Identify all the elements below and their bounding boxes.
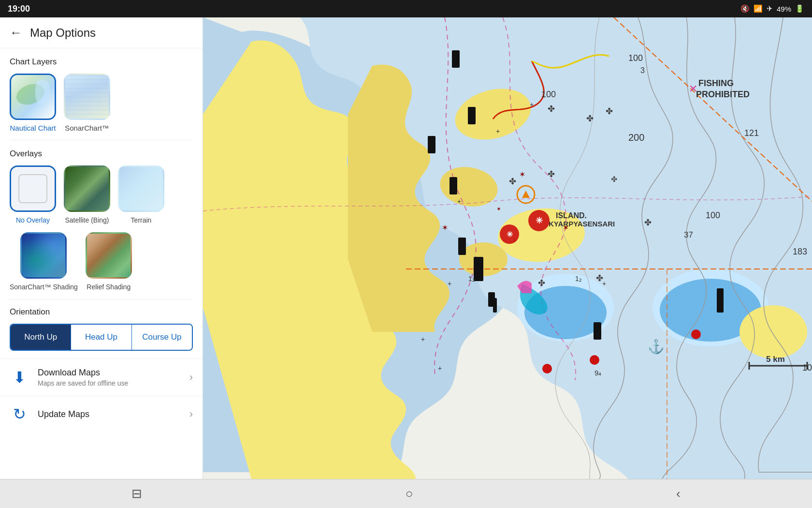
svg-text:+: + [457,197,461,205]
terrain-thumb[interactable] [118,165,164,212]
chart-layers-label: Chart Layers [0,48,203,72]
course-up-button[interactable]: Course Up [132,325,192,350]
svg-text:100: 100 [628,53,643,63]
update-chevron: › [189,408,193,420]
svg-text:⚓: ⚓ [648,339,665,355]
svg-text:3: 3 [640,66,645,75]
update-text: Update Maps [38,409,181,419]
orientation-section: Orientation North Up Head Up Course Up [0,299,203,359]
svg-text:ISLAND.: ISLAND. [556,211,587,220]
svg-text:+: + [530,101,534,108]
sonarchart-shading-label: SonarChart™ Shading [10,283,78,291]
overlay-item-satellite[interactable]: Satellite (Bing) [64,165,110,224]
svg-text:100: 100 [541,90,556,99]
overlay-item-no-overlay[interactable]: No Overlay [10,165,56,224]
map-canvas[interactable]: ✤ ✤ ✤ ✤ ✤ ✤ ✤ ✤ ✤ ⚙ ✶ ✶ ✶ ✶ + + + + + + … [203,17,812,479]
recent-button[interactable]: ⊟ [131,486,142,501]
svg-text:✤: ✤ [548,104,555,114]
svg-text:37: 37 [684,230,693,239]
svg-point-66 [542,364,552,374]
svg-rect-13 [450,177,457,194]
svg-text:1₂: 1₂ [575,275,582,283]
svg-text:✤: ✤ [606,106,613,116]
sonar-thumb[interactable] [64,74,110,120]
svg-text:✤: ✤ [548,169,555,179]
panel-title: Map Options [30,26,96,40]
bottom-nav: ⊟ ○ ‹ [0,479,812,508]
svg-point-65 [590,355,599,365]
svg-text:5 km: 5 km [766,355,785,364]
location-icon: ✈ [767,4,773,13]
overlay-item-relief-shading[interactable]: Relief Shading [86,232,132,291]
update-maps-row[interactable]: ↻ Update Maps › [0,396,203,432]
svg-text:+: + [602,280,606,287]
svg-point-9 [740,305,807,359]
back-button[interactable]: ← [10,25,22,40]
svg-rect-11 [468,107,476,124]
svg-rect-19 [717,288,724,313]
svg-text:✤: ✤ [611,175,617,183]
overlay-item-sonarchart-shading[interactable]: SonarChart™ Shading [10,232,78,291]
overlays-grid: No Overlay Satellite (Bing) Terrain Sona… [0,164,203,299]
nautical-label: Nautical Chart [10,124,56,132]
svg-text:✳: ✳ [536,216,543,225]
download-chevron: › [189,371,193,384]
status-time: 19:00 [8,4,30,14]
svg-text:+: + [448,280,451,287]
overlays-label: Overlays [0,140,203,164]
svg-text:✤: ✤ [509,177,516,186]
left-panel: ← Map Options Chart Layers Nautical Char… [0,17,203,479]
status-icons: 🔇 📶 ✈ 49% 🔋 [740,4,804,13]
map-area[interactable]: ✤ ✤ ✤ ✤ ✤ ✤ ✤ ✤ ✤ ⚙ ✶ ✶ ✶ ✶ + + + + + + … [203,17,812,479]
svg-text:✶: ✶ [442,224,448,232]
no-overlay-thumb[interactable] [10,165,56,212]
orientation-buttons: North Up Head Up Course Up [10,324,193,351]
svg-text:✤: ✤ [538,278,545,288]
svg-rect-17 [493,298,497,313]
svg-rect-10 [452,50,460,68]
svg-text:+: + [496,127,500,135]
download-icon: ⬇ [10,368,29,387]
wifi-icon: 📶 [754,4,763,13]
svg-text:9₄: 9₄ [594,369,601,377]
overlay-item-terrain[interactable]: Terrain [118,165,164,224]
svg-text:+: + [438,364,442,372]
home-button[interactable]: ○ [406,486,413,501]
svg-text:✶: ✶ [519,170,525,179]
relief-shading-thumb[interactable] [86,232,132,279]
update-icon: ↻ [10,405,29,423]
chart-item-nautical[interactable]: Nautical Chart [10,74,56,132]
north-up-button[interactable]: North Up [11,325,71,350]
svg-text:PROHIBITED: PROHIBITED [696,90,750,99]
svg-text:✶: ✶ [496,206,501,212]
download-title: Download Maps [38,368,181,378]
head-up-button[interactable]: Head Up [71,325,131,350]
mute-icon: 🔇 [740,4,750,13]
nautical-thumb[interactable] [10,74,56,120]
svg-text:✕: ✕ [689,83,697,95]
download-maps-row[interactable]: ⬇ Download Maps Maps are saved for offli… [0,359,203,396]
no-overlay-label: No Overlay [16,216,50,224]
svg-rect-14 [458,238,466,255]
back-nav-button[interactable]: ‹ [676,486,681,501]
svg-text:✳: ✳ [507,230,513,239]
nautical-map-svg: ✤ ✤ ✤ ✤ ✤ ✤ ✤ ✤ ✤ ⚙ ✶ ✶ ✶ ✶ + + + + + + … [203,17,812,479]
panel-header: ← Map Options [0,17,203,48]
chart-layers-grid: Nautical Chart SonarChart™ [0,72,203,140]
chart-item-sonar[interactable]: SonarChart™ [64,74,110,132]
orientation-label: Orientation [10,307,193,317]
svg-text:KYARPYASENSARI: KYARPYASENSARI [549,220,615,228]
svg-text:100: 100 [706,210,720,220]
sonar-label: SonarChart™ [65,124,109,132]
satellite-thumb[interactable] [64,165,110,212]
update-title: Update Maps [38,409,181,419]
svg-text:+: + [421,335,425,343]
download-text: Download Maps Maps are saved for offline… [38,368,181,387]
satellite-label: Satellite (Bing) [65,216,109,224]
sonarchart-shading-thumb[interactable] [20,232,67,279]
terrain-label: Terrain [131,216,152,224]
svg-text:121: 121 [744,128,759,138]
svg-point-64 [691,329,701,339]
svg-rect-15 [474,257,483,281]
svg-rect-18 [594,322,601,340]
